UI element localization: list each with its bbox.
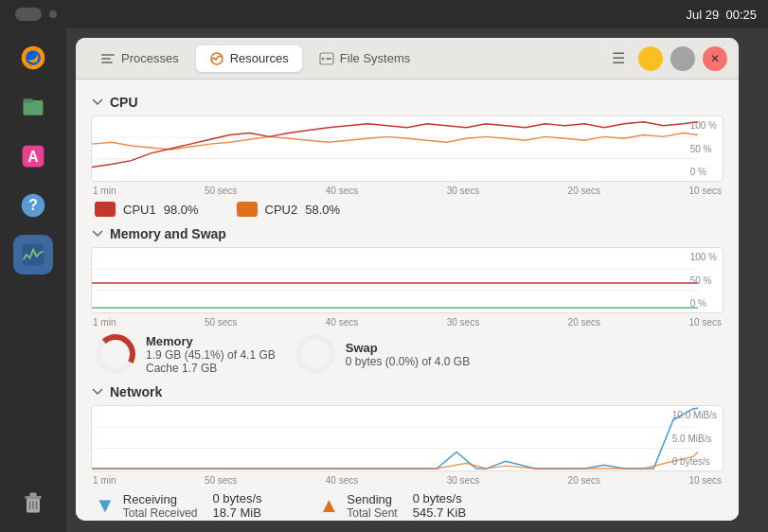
sending-info: Sending Total Sent: [347, 492, 397, 520]
taskbar-dot: [49, 10, 57, 18]
sending-total: 545.7 KiB: [413, 505, 466, 520]
memory-indicators: Memory 1.9 GB (45.1%) of 4.1 GB Cache 1.…: [91, 333, 723, 375]
memory-label-100: 100 %: [690, 252, 717, 262]
cpu-title: CPU: [110, 95, 138, 110]
net-label-5: 5.0 MiB/s: [672, 434, 717, 444]
swap-donut: [295, 333, 336, 375]
receiving-info: Receiving Total Received: [123, 492, 198, 520]
net-time-3: 30 secs: [447, 475, 479, 486]
mem-time-4: 20 secs: [568, 317, 600, 328]
svg-point-1: [26, 50, 41, 65]
network-section: Network 10.0 MiB/s 5.0 MiB/s 0 bytes/s: [91, 384, 723, 520]
tab-resources-label: Resources: [230, 51, 289, 65]
cpu-time-1: 50 secs: [205, 186, 237, 196]
cpu1-label: CPU1: [123, 203, 156, 217]
net-time-2: 40 secs: [326, 475, 358, 486]
cpu-collapse-icon[interactable]: [91, 96, 104, 109]
svg-rect-16: [101, 58, 111, 60]
memory-label-50: 50 %: [690, 275, 717, 286]
receiving-indicator: ▼ Receiving Total Received 0 bytes/s 18.…: [95, 491, 262, 520]
memory-cache: Cache 1.7 GB: [146, 362, 276, 375]
cpu-time-labels: 1 min 50 secs 40 secs 30 secs 20 secs 10…: [91, 186, 723, 196]
cpu-label-0: 0 %: [690, 167, 717, 177]
net-label-10: 10.0 MiB/s: [672, 410, 717, 420]
help-icon[interactable]: ?: [13, 186, 53, 225]
memory-section: Memory and Swap 100 % 50 % 0 %: [91, 226, 723, 375]
sysmon-icon[interactable]: [13, 235, 53, 275]
sending-indicator: ▲ Sending Total Sent 0 bytes/s 545.7 KiB: [319, 491, 467, 520]
resources-icon: [209, 51, 224, 66]
total-sent-label: Total Sent: [347, 506, 397, 520]
mem-time-0: 1 min: [93, 317, 116, 328]
svg-rect-3: [24, 98, 34, 102]
cpu-time-5: 10 secs: [689, 186, 722, 196]
net-time-1: 50 secs: [205, 475, 237, 486]
window-actions: ☰ ✕: [606, 46, 727, 71]
processes-icon: [100, 51, 116, 66]
close-button[interactable]: ✕: [703, 46, 727, 71]
cpu-time-3: 30 secs: [447, 186, 479, 196]
tab-filesystems[interactable]: File Systems: [306, 45, 423, 72]
cpu2-indicator: CPU2 58.0%: [237, 202, 341, 217]
memory-info: Memory 1.9 GB (45.1%) of 4.1 GB Cache 1.…: [146, 334, 276, 375]
memory-title: Memory and Swap: [110, 226, 226, 241]
network-indicators: ▼ Receiving Total Received 0 bytes/s 18.…: [91, 491, 723, 520]
taskbar-time: 00:25: [725, 8, 757, 22]
mem-time-2: 40 secs: [326, 317, 358, 328]
swap-info: Swap 0 bytes (0.0%) of 4.0 GB: [346, 341, 470, 368]
memory-label: Memory: [146, 334, 276, 348]
network-chart: 10.0 MiB/s 5.0 MiB/s 0 bytes/s: [91, 405, 723, 471]
mem-time-1: 50 secs: [205, 317, 237, 328]
cpu-indicators: CPU1 98.0% CPU2 58.0%: [91, 202, 723, 217]
tab-resources[interactable]: Resources: [196, 45, 302, 72]
tab-processes[interactable]: Processes: [87, 45, 192, 72]
net-label-0: 0 bytes/s: [672, 456, 717, 467]
maximize-button[interactable]: [670, 46, 695, 71]
main-window: Processes Resources File Systems: [76, 38, 739, 521]
network-collapse-icon[interactable]: [91, 385, 104, 399]
swap-value: 0 bytes (0.0%) of 4.0 GB: [346, 355, 470, 368]
svg-rect-15: [101, 54, 115, 56]
sending-rate: 0 bytes/s: [413, 491, 466, 505]
memory-time-labels: 1 min 50 secs 40 secs 30 secs 20 secs 10…: [91, 317, 723, 328]
network-title: Network: [110, 384, 162, 399]
memory-section-header: Memory and Swap: [91, 226, 723, 241]
receiving-rate: 0 bytes/s: [213, 491, 262, 505]
trash-icon[interactable]: [13, 483, 53, 523]
cpu-section: CPU 100 % 50 % 0 % 1: [91, 95, 723, 217]
receiving-total: 18.7 MiB: [213, 505, 262, 520]
swap-indicator: Swap 0 bytes (0.0%) of 4.0 GB: [295, 333, 470, 375]
files-icon[interactable]: [13, 87, 53, 127]
memory-label-0: 0 %: [690, 298, 717, 309]
cpu2-value: 58.0%: [305, 203, 340, 217]
cpu1-value: 98.0%: [164, 203, 199, 217]
net-time-5: 10 secs: [689, 475, 722, 486]
total-received-label: Total Received: [123, 506, 198, 520]
memory-indicator: Memory 1.9 GB (45.1%) of 4.1 GB Cache 1.…: [95, 333, 276, 375]
taskbar-date: Jul 29: [687, 8, 720, 22]
network-chart-labels: 10.0 MiB/s 5.0 MiB/s 0 bytes/s: [672, 410, 717, 467]
mem-time-5: 10 secs: [689, 317, 722, 328]
network-time-labels: 1 min 50 secs 40 secs 30 secs 20 secs 10…: [91, 475, 723, 486]
taskbar-left: [11, 8, 671, 21]
nav-tabs: Processes Resources File Systems: [87, 45, 606, 72]
titlebar: Processes Resources File Systems: [76, 38, 739, 80]
cpu1-color: [95, 202, 116, 217]
svg-text:A: A: [27, 149, 38, 165]
memory-collapse-icon[interactable]: [91, 227, 104, 240]
menu-button[interactable]: ☰: [606, 46, 631, 71]
appstore-icon[interactable]: A: [13, 136, 53, 176]
memory-value: 1.9 GB (45.1%) of 4.1 GB: [146, 348, 276, 362]
cpu2-label: CPU2: [265, 203, 298, 217]
minimize-button[interactable]: [638, 46, 663, 71]
memory-chart: 100 % 50 % 0 %: [91, 247, 723, 313]
svg-point-30: [298, 337, 332, 371]
cpu-label-100: 100 %: [690, 120, 717, 131]
firefox-icon[interactable]: [13, 38, 53, 78]
cpu-label-50: 50 %: [690, 144, 717, 154]
resources-content: CPU 100 % 50 % 0 % 1: [76, 80, 739, 521]
svg-rect-17: [101, 62, 113, 63]
sidebar: A ?: [0, 28, 66, 532]
cpu-time-2: 40 secs: [326, 186, 358, 196]
cpu2-color: [237, 202, 258, 217]
